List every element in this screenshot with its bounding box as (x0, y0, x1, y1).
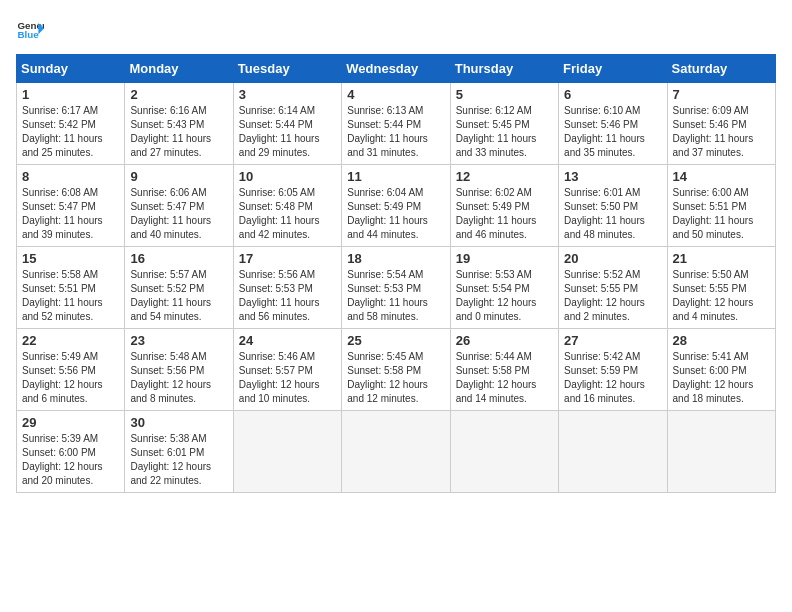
calendar-week-row: 29 Sunrise: 5:39 AMSunset: 6:00 PMDaylig… (17, 411, 776, 493)
day-number: 19 (456, 251, 553, 266)
calendar-day-cell: 1 Sunrise: 6:17 AMSunset: 5:42 PMDayligh… (17, 83, 125, 165)
calendar-day-cell: 16 Sunrise: 5:57 AMSunset: 5:52 PMDaylig… (125, 247, 233, 329)
calendar-day-cell: 28 Sunrise: 5:41 AMSunset: 6:00 PMDaylig… (667, 329, 775, 411)
day-info: Sunrise: 5:57 AMSunset: 5:52 PMDaylight:… (130, 268, 227, 324)
calendar-week-row: 1 Sunrise: 6:17 AMSunset: 5:42 PMDayligh… (17, 83, 776, 165)
calendar-day-cell: 6 Sunrise: 6:10 AMSunset: 5:46 PMDayligh… (559, 83, 667, 165)
calendar-day-cell: 25 Sunrise: 5:45 AMSunset: 5:58 PMDaylig… (342, 329, 450, 411)
calendar-day-cell: 2 Sunrise: 6:16 AMSunset: 5:43 PMDayligh… (125, 83, 233, 165)
day-number: 12 (456, 169, 553, 184)
calendar-day-cell: 10 Sunrise: 6:05 AMSunset: 5:48 PMDaylig… (233, 165, 341, 247)
calendar-day-cell: 22 Sunrise: 5:49 AMSunset: 5:56 PMDaylig… (17, 329, 125, 411)
calendar-day-cell: 7 Sunrise: 6:09 AMSunset: 5:46 PMDayligh… (667, 83, 775, 165)
calendar-day-cell: 11 Sunrise: 6:04 AMSunset: 5:49 PMDaylig… (342, 165, 450, 247)
day-info: Sunrise: 5:38 AMSunset: 6:01 PMDaylight:… (130, 432, 227, 488)
day-number: 1 (22, 87, 119, 102)
calendar-week-row: 22 Sunrise: 5:49 AMSunset: 5:56 PMDaylig… (17, 329, 776, 411)
day-number: 30 (130, 415, 227, 430)
day-info: Sunrise: 6:09 AMSunset: 5:46 PMDaylight:… (673, 104, 770, 160)
day-info: Sunrise: 6:05 AMSunset: 5:48 PMDaylight:… (239, 186, 336, 242)
day-info: Sunrise: 6:04 AMSunset: 5:49 PMDaylight:… (347, 186, 444, 242)
day-info: Sunrise: 5:46 AMSunset: 5:57 PMDaylight:… (239, 350, 336, 406)
day-number: 2 (130, 87, 227, 102)
logo: General Blue (16, 16, 44, 44)
calendar-day-cell: 23 Sunrise: 5:48 AMSunset: 5:56 PMDaylig… (125, 329, 233, 411)
day-info: Sunrise: 5:42 AMSunset: 5:59 PMDaylight:… (564, 350, 661, 406)
day-info: Sunrise: 6:13 AMSunset: 5:44 PMDaylight:… (347, 104, 444, 160)
calendar-table: SundayMondayTuesdayWednesdayThursdayFrid… (16, 54, 776, 493)
calendar-day-cell: 27 Sunrise: 5:42 AMSunset: 5:59 PMDaylig… (559, 329, 667, 411)
day-info: Sunrise: 5:41 AMSunset: 6:00 PMDaylight:… (673, 350, 770, 406)
calendar-day-cell (342, 411, 450, 493)
day-number: 10 (239, 169, 336, 184)
day-info: Sunrise: 6:02 AMSunset: 5:49 PMDaylight:… (456, 186, 553, 242)
day-info: Sunrise: 5:53 AMSunset: 5:54 PMDaylight:… (456, 268, 553, 324)
day-number: 5 (456, 87, 553, 102)
day-info: Sunrise: 6:17 AMSunset: 5:42 PMDaylight:… (22, 104, 119, 160)
calendar-week-row: 15 Sunrise: 5:58 AMSunset: 5:51 PMDaylig… (17, 247, 776, 329)
col-header-thursday: Thursday (450, 55, 558, 83)
day-info: Sunrise: 6:10 AMSunset: 5:46 PMDaylight:… (564, 104, 661, 160)
col-header-saturday: Saturday (667, 55, 775, 83)
day-number: 16 (130, 251, 227, 266)
day-info: Sunrise: 5:39 AMSunset: 6:00 PMDaylight:… (22, 432, 119, 488)
day-number: 9 (130, 169, 227, 184)
svg-text:Blue: Blue (17, 29, 39, 40)
day-number: 20 (564, 251, 661, 266)
page-header: General Blue (16, 16, 776, 44)
day-number: 14 (673, 169, 770, 184)
logo-icon: General Blue (16, 16, 44, 44)
day-info: Sunrise: 5:50 AMSunset: 5:55 PMDaylight:… (673, 268, 770, 324)
day-info: Sunrise: 6:08 AMSunset: 5:47 PMDaylight:… (22, 186, 119, 242)
calendar-day-cell: 24 Sunrise: 5:46 AMSunset: 5:57 PMDaylig… (233, 329, 341, 411)
day-info: Sunrise: 5:58 AMSunset: 5:51 PMDaylight:… (22, 268, 119, 324)
day-number: 15 (22, 251, 119, 266)
day-number: 23 (130, 333, 227, 348)
day-number: 25 (347, 333, 444, 348)
calendar-day-cell: 18 Sunrise: 5:54 AMSunset: 5:53 PMDaylig… (342, 247, 450, 329)
day-number: 4 (347, 87, 444, 102)
day-number: 3 (239, 87, 336, 102)
day-number: 7 (673, 87, 770, 102)
calendar-week-row: 8 Sunrise: 6:08 AMSunset: 5:47 PMDayligh… (17, 165, 776, 247)
day-info: Sunrise: 5:54 AMSunset: 5:53 PMDaylight:… (347, 268, 444, 324)
calendar-day-cell (450, 411, 558, 493)
day-number: 18 (347, 251, 444, 266)
day-info: Sunrise: 6:01 AMSunset: 5:50 PMDaylight:… (564, 186, 661, 242)
day-info: Sunrise: 5:48 AMSunset: 5:56 PMDaylight:… (130, 350, 227, 406)
day-number: 8 (22, 169, 119, 184)
day-info: Sunrise: 6:16 AMSunset: 5:43 PMDaylight:… (130, 104, 227, 160)
day-number: 21 (673, 251, 770, 266)
calendar-day-cell: 8 Sunrise: 6:08 AMSunset: 5:47 PMDayligh… (17, 165, 125, 247)
calendar-day-cell: 3 Sunrise: 6:14 AMSunset: 5:44 PMDayligh… (233, 83, 341, 165)
day-number: 6 (564, 87, 661, 102)
day-info: Sunrise: 5:45 AMSunset: 5:58 PMDaylight:… (347, 350, 444, 406)
calendar-day-cell: 13 Sunrise: 6:01 AMSunset: 5:50 PMDaylig… (559, 165, 667, 247)
calendar-day-cell: 19 Sunrise: 5:53 AMSunset: 5:54 PMDaylig… (450, 247, 558, 329)
day-info: Sunrise: 6:14 AMSunset: 5:44 PMDaylight:… (239, 104, 336, 160)
day-info: Sunrise: 5:52 AMSunset: 5:55 PMDaylight:… (564, 268, 661, 324)
day-number: 28 (673, 333, 770, 348)
calendar-day-cell: 17 Sunrise: 5:56 AMSunset: 5:53 PMDaylig… (233, 247, 341, 329)
day-number: 29 (22, 415, 119, 430)
calendar-day-cell: 26 Sunrise: 5:44 AMSunset: 5:58 PMDaylig… (450, 329, 558, 411)
day-number: 24 (239, 333, 336, 348)
day-info: Sunrise: 5:49 AMSunset: 5:56 PMDaylight:… (22, 350, 119, 406)
col-header-sunday: Sunday (17, 55, 125, 83)
day-info: Sunrise: 6:06 AMSunset: 5:47 PMDaylight:… (130, 186, 227, 242)
calendar-day-cell: 5 Sunrise: 6:12 AMSunset: 5:45 PMDayligh… (450, 83, 558, 165)
col-header-friday: Friday (559, 55, 667, 83)
calendar-day-cell (667, 411, 775, 493)
calendar-day-cell: 20 Sunrise: 5:52 AMSunset: 5:55 PMDaylig… (559, 247, 667, 329)
col-header-tuesday: Tuesday (233, 55, 341, 83)
calendar-day-cell: 4 Sunrise: 6:13 AMSunset: 5:44 PMDayligh… (342, 83, 450, 165)
calendar-day-cell: 30 Sunrise: 5:38 AMSunset: 6:01 PMDaylig… (125, 411, 233, 493)
day-number: 13 (564, 169, 661, 184)
calendar-header-row: SundayMondayTuesdayWednesdayThursdayFrid… (17, 55, 776, 83)
day-info: Sunrise: 5:56 AMSunset: 5:53 PMDaylight:… (239, 268, 336, 324)
calendar-day-cell: 29 Sunrise: 5:39 AMSunset: 6:00 PMDaylig… (17, 411, 125, 493)
day-info: Sunrise: 6:12 AMSunset: 5:45 PMDaylight:… (456, 104, 553, 160)
calendar-day-cell: 12 Sunrise: 6:02 AMSunset: 5:49 PMDaylig… (450, 165, 558, 247)
col-header-wednesday: Wednesday (342, 55, 450, 83)
calendar-day-cell: 9 Sunrise: 6:06 AMSunset: 5:47 PMDayligh… (125, 165, 233, 247)
